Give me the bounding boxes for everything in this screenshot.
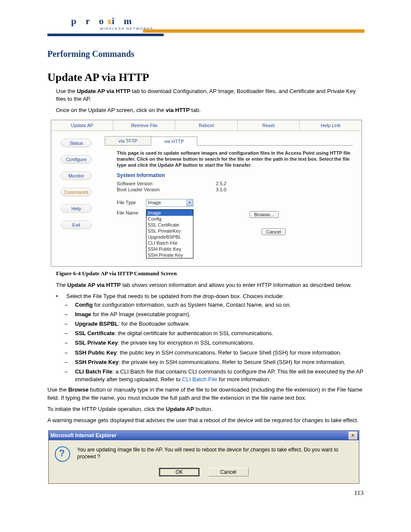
dialog-titlebar: Microsoft Internet Explorer × bbox=[49, 431, 359, 440]
sidebar-item-exit[interactable]: Exit bbox=[61, 221, 92, 229]
tab-update-ap[interactable]: Update AP bbox=[51, 120, 113, 131]
list-item: SSL Certificate: the digital certificate… bbox=[65, 330, 364, 337]
sidebar-item-status[interactable]: Status bbox=[61, 139, 92, 147]
dialog-cancel-button[interactable]: Cancel bbox=[208, 468, 249, 476]
list-item: SSL Private Key: the private key for enc… bbox=[65, 339, 364, 347]
list-item: SSH Public Key: the public key in SSH co… bbox=[65, 349, 364, 357]
list-item: Image for the AP Image (executable progr… bbox=[65, 311, 364, 318]
ap-main: via TFTP via HTTP This page is used to u… bbox=[101, 131, 361, 267]
subtab-http[interactable]: via HTTP bbox=[151, 137, 197, 146]
brand-p: p r o bbox=[71, 16, 107, 26]
sidebar-item-monitor[interactable]: Monitor bbox=[61, 171, 92, 180]
subtab-tftp[interactable]: via TFTP bbox=[105, 136, 151, 145]
system-info-title: System Information bbox=[117, 172, 353, 178]
option-ssl-certificate[interactable]: SSL Certificate bbox=[146, 222, 193, 228]
page-title: Update AP via HTTP bbox=[47, 71, 411, 84]
brand-im: i m bbox=[112, 16, 135, 26]
filetype-selected: Image bbox=[148, 200, 161, 205]
intro-paragraph-2: Once on the Update AP screen, click on t… bbox=[56, 106, 364, 114]
page-header: p r oxi m WIRELESS NETWORKS bbox=[0, 0, 411, 39]
option-ssl-privatekey[interactable]: SSL PrivateKey bbox=[146, 228, 193, 234]
header-accent-orange bbox=[143, 29, 364, 33]
dialog-title: Microsoft Internet Explorer bbox=[50, 432, 349, 439]
sidebar-item-configure[interactable]: Configure bbox=[61, 155, 92, 164]
browse-button[interactable]: Browse... bbox=[249, 211, 279, 218]
filetype-label: File Type bbox=[117, 199, 146, 205]
figure-caption: Figure 6-4 Update AP via HTTP Command Sc… bbox=[56, 270, 411, 277]
ie-dialog: Microsoft Internet Explorer × You are up… bbox=[48, 430, 359, 484]
brand-x: x bbox=[107, 16, 112, 26]
tab-reset[interactable]: Reset bbox=[238, 120, 300, 131]
chevron-down-icon[interactable]: ▾ bbox=[187, 200, 193, 206]
option-image[interactable]: Image bbox=[146, 210, 193, 216]
ap-top-tabs: Update AP Retrieve File Reboot Reset Hel… bbox=[51, 120, 361, 131]
para-warning: A warning message gets displayed that ad… bbox=[47, 417, 364, 424]
sidebar-item-commands[interactable]: Commands bbox=[61, 188, 92, 196]
file-type-list: Config for configuration information, su… bbox=[65, 301, 364, 384]
option-cli-batch-file[interactable]: CLI Batch File bbox=[146, 240, 193, 246]
option-ssh-public-key[interactable]: SSH Public Key bbox=[146, 246, 193, 252]
software-version-label: Software Version bbox=[117, 181, 216, 186]
page-number: 113 bbox=[354, 489, 364, 497]
close-icon[interactable]: × bbox=[349, 432, 357, 439]
filetype-select[interactable]: Image ▾ bbox=[146, 199, 193, 207]
list-item: Config for configuration information, su… bbox=[65, 301, 364, 309]
brand-logo: p r oxi m bbox=[71, 16, 135, 27]
option-config[interactable]: Config bbox=[146, 216, 193, 222]
cancel-button[interactable]: Cancel bbox=[262, 228, 286, 235]
bullet-intro: Select the File Type that needs to be up… bbox=[56, 293, 364, 299]
tab-help-link[interactable]: Help Link bbox=[300, 120, 361, 131]
ap-sidebar: Status Configure Monitor Commands Help E… bbox=[51, 131, 101, 267]
software-version-value: 2.5.2 bbox=[216, 181, 226, 186]
ap-description: This page is used to update software ima… bbox=[117, 150, 353, 168]
bootloader-version-label: Boot Loader Version bbox=[117, 187, 216, 192]
list-item: SSH Private Key: the private key in SSH … bbox=[65, 358, 364, 366]
cli-batch-file-link[interactable]: CLI Batch File bbox=[182, 376, 218, 383]
filename-label: File Name bbox=[117, 209, 146, 215]
option-upgrade-bspbl[interactable]: UpgradeBSPBL bbox=[146, 234, 193, 240]
ap-screenshot: Update AP Retrieve File Reboot Reset Hel… bbox=[51, 120, 362, 267]
section-title: Performing Commands bbox=[47, 49, 411, 59]
list-item: Upgrade BSPBL: for the Bootloader softwa… bbox=[65, 320, 364, 328]
dialog-message: You are updating Image file to the AP. Y… bbox=[77, 446, 352, 462]
tab-reboot[interactable]: Reboot bbox=[175, 120, 237, 131]
question-icon bbox=[55, 446, 70, 462]
para-browse: Use the Browse button or manually type i… bbox=[47, 386, 364, 401]
header-accent-blue bbox=[47, 34, 164, 36]
option-ssh-private-key[interactable]: SSH Private Key bbox=[146, 252, 193, 258]
intro-paragraph: Use the Update AP via HTTP tab to downlo… bbox=[56, 87, 364, 103]
ok-button[interactable]: OK bbox=[159, 468, 199, 476]
para-tab-shows: The Update AP via HTTP tab shows version… bbox=[56, 281, 364, 289]
list-item: CLI Batch File: a CLI Batch file that co… bbox=[65, 368, 364, 383]
sub-tabs: via TFTP via HTTP bbox=[105, 136, 353, 146]
para-initiate: To initiate the HTTP Update operation, c… bbox=[47, 405, 364, 413]
filetype-dropdown-list[interactable]: Image Config SSL Certificate SSL Private… bbox=[146, 209, 193, 258]
tab-retrieve-file[interactable]: Retrieve File bbox=[113, 120, 175, 131]
sidebar-item-help[interactable]: Help bbox=[61, 204, 92, 213]
bootloader-version-value: 3.1.0 bbox=[216, 187, 226, 192]
